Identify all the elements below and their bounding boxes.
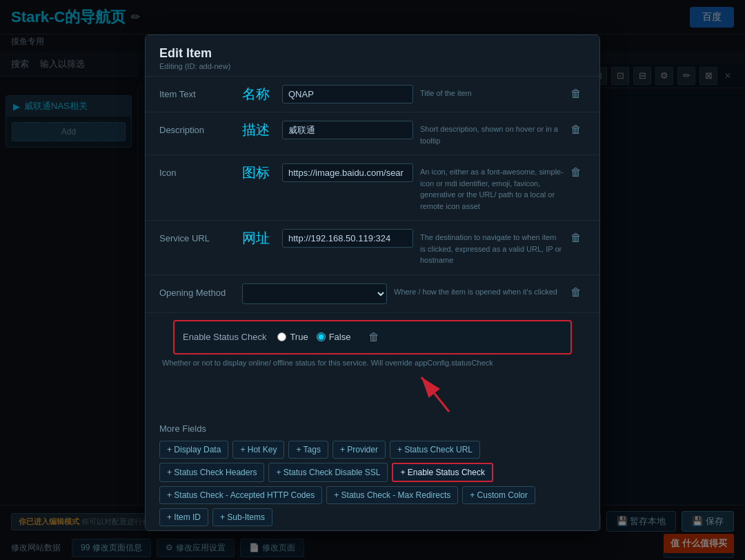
description-label: Description [159, 121, 242, 135]
field-btn-accepted-http-codes[interactable]: + Status Check - Accepted HTTP Codes [159, 486, 322, 504]
status-check-desc: Whether or not to display online/ offlin… [159, 359, 586, 367]
icon-label: Icon [159, 163, 242, 178]
field-buttons-row3: + Status Check - Accepted HTTP Codes + S… [159, 486, 586, 504]
status-check-row: Enable Status Check True False 🗑 [173, 320, 572, 354]
item-text-input-area: 名称 Title of the item [242, 85, 564, 103]
item-text-desc: Title of the item [420, 85, 564, 99]
opening-method-input-area: Where / how the item is opened when it's… [242, 283, 564, 304]
modal-overlay: Edit Item Editing (ID: add-new) Item Tex… [0, 0, 745, 560]
item-text-input[interactable] [282, 85, 413, 103]
field-btn-status-check-disable-ssl[interactable]: + Status Check Disable SSL [268, 463, 388, 482]
more-fields-title: More Fields [159, 423, 586, 434]
service-url-input[interactable] [282, 229, 413, 248]
service-url-cn-label: 网址 [242, 229, 270, 248]
description-desc: Short description, shown on hover or in … [420, 121, 564, 146]
status-check-true-label: True [290, 332, 308, 342]
service-url-input-area: 网址 The destination to navigate to when i… [242, 229, 564, 266]
modal-title: Edit Item [159, 46, 586, 61]
opening-method-desc: Where / how the item is opened when it's… [394, 283, 564, 298]
item-text-label: Item Text [159, 85, 242, 99]
opening-method-select[interactable] [242, 283, 387, 304]
icon-input-area: 图标 An icon, either as a font-awesome, si… [242, 163, 564, 212]
field-btn-tags[interactable]: + Tags [288, 441, 328, 459]
svg-line-1 [421, 377, 449, 412]
opening-method-delete-button[interactable]: 🗑 [566, 283, 586, 301]
field-btn-sub-items[interactable]: + Sub-Items [212, 508, 272, 526]
description-input-area: 描述 Short description, shown on hover or … [242, 121, 564, 146]
status-check-false-option[interactable]: False [317, 332, 351, 342]
field-btn-hot-key[interactable]: + Hot Key [232, 441, 284, 459]
field-buttons-row4: + Item ID + Sub-Items [159, 508, 586, 526]
status-check-delete-button[interactable]: 🗑 [364, 328, 384, 346]
description-delete-button[interactable]: 🗑 [566, 121, 586, 139]
icon-delete-button[interactable]: 🗑 [566, 163, 586, 181]
field-btn-custom-color[interactable]: + Custom Color [462, 486, 535, 504]
item-text-cn-label: 名称 [242, 85, 270, 103]
field-buttons-row1: + Display Data + Hot Key + Tags + Provid… [159, 441, 586, 459]
modal-subtitle: Editing (ID: add-new) [159, 62, 586, 70]
service-url-desc: The destination to navigate to when item… [420, 229, 564, 266]
field-btn-item-id[interactable]: + Item ID [159, 508, 208, 526]
service-url-delete-button[interactable]: 🗑 [566, 229, 586, 247]
icon-desc: An icon, either as a font-awesome, simpl… [420, 163, 564, 212]
service-url-label: Service URL [159, 229, 242, 243]
description-row: Description 描述 Short description, shown … [146, 112, 599, 155]
icon-row: Icon 图标 An icon, either as a font-awesom… [146, 155, 599, 221]
edit-item-modal: Edit Item Editing (ID: add-new) Item Tex… [145, 34, 600, 531]
icon-cn-label: 图标 [242, 163, 270, 182]
opening-method-label: Opening Method [159, 283, 242, 298]
item-text-row: Item Text 名称 Title of the item 🗑 [146, 77, 599, 112]
status-check-false-label: False [329, 332, 351, 342]
service-url-row: Service URL 网址 The destination to naviga… [146, 221, 599, 275]
description-input[interactable] [282, 121, 413, 139]
opening-method-row: Opening Method Where / how the item is o… [146, 275, 599, 313]
red-arrow-svg [408, 367, 470, 415]
status-check-radio-group: True False [277, 332, 350, 342]
description-cn-label: 描述 [242, 121, 270, 139]
status-check-container: Enable Status Check True False 🗑 Whether… [146, 313, 599, 374]
status-check-false-radio[interactable] [317, 332, 326, 341]
field-btn-status-check-url[interactable]: + Status Check URL [390, 441, 480, 459]
status-check-true-radio[interactable] [277, 332, 286, 341]
field-buttons-row2: + Status Check Headers + Status Check Di… [159, 463, 586, 482]
modal-header: Edit Item Editing (ID: add-new) [146, 35, 599, 77]
field-btn-status-check-headers[interactable]: + Status Check Headers [159, 463, 264, 482]
field-btn-max-redirects[interactable]: + Status Check - Max Redirects [326, 486, 458, 504]
field-btn-display-data[interactable]: + Display Data [159, 441, 228, 459]
arrow-container [146, 374, 599, 415]
more-fields-section: More Fields + Display Data + Hot Key + T… [146, 415, 599, 532]
item-text-delete-button[interactable]: 🗑 [566, 85, 586, 103]
field-btn-enable-status-check[interactable]: + Enable Status Check [392, 463, 493, 482]
status-check-true-option[interactable]: True [277, 332, 308, 342]
field-btn-provider[interactable]: + Provider [332, 441, 386, 459]
icon-input[interactable] [282, 163, 413, 182]
status-check-label: Enable Status Check [183, 332, 266, 342]
